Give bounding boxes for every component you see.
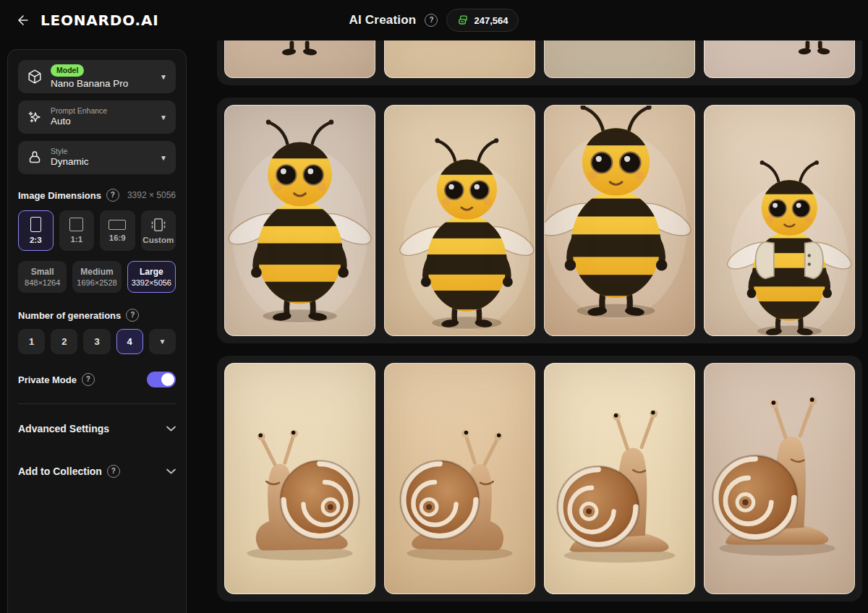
generated-image[interactable]: [544, 105, 695, 336]
credits-count: 247,564: [474, 15, 508, 26]
style-value: Dynamic: [51, 156, 152, 168]
snail-art: [225, 364, 375, 593]
snail-art: [545, 364, 694, 593]
generated-image[interactable]: [384, 363, 535, 594]
bee-vest-art: [705, 106, 854, 335]
current-dimensions: 3392 × 5056: [127, 190, 176, 200]
app-logo: LEONARDO.AI: [41, 12, 159, 29]
cube-icon: [27, 69, 43, 85]
generations-2-button[interactable]: 2: [51, 329, 77, 354]
portrait-rect-icon: [30, 217, 41, 232]
generated-image[interactable]: [224, 105, 375, 336]
size-preset-group: Small 848×1264 Medium 1696×2528 Large 33…: [18, 261, 176, 293]
generated-image[interactable]: [704, 363, 855, 594]
size-small-button[interactable]: Small 848×1264: [18, 261, 67, 293]
generation-settings-panel: Model Nano Banana Pro ▼ Prompt Enhance A…: [7, 49, 187, 613]
help-icon[interactable]: [106, 189, 119, 202]
snail-art: [385, 364, 535, 593]
size-medium-button[interactable]: Medium 1696×2528: [72, 261, 121, 293]
model-value: Nano Banana Pro: [51, 78, 152, 90]
style-label: Style: [51, 147, 152, 155]
advanced-settings-toggle[interactable]: Advanced Settings: [18, 423, 176, 434]
aspect-ratio-group: 2:3 1:1 16:9 Custom: [18, 210, 176, 251]
landscape-rect-icon: [109, 220, 126, 230]
credits-badge[interactable]: 247,564: [446, 9, 519, 32]
generated-image[interactable]: [704, 105, 855, 336]
prompt-enhance-dropdown[interactable]: Prompt Enhance Auto ▼: [18, 100, 176, 134]
snail-art: [705, 364, 854, 593]
generation-batch-partial: [217, 40, 862, 85]
generated-image[interactable]: [224, 363, 375, 594]
toggle-knob: [161, 373, 174, 386]
character-feet-art: [794, 40, 836, 59]
generated-image[interactable]: [544, 363, 695, 594]
divider: [18, 403, 176, 404]
model-badge: Model: [51, 64, 84, 77]
size-large-button[interactable]: Large 3392×5056: [127, 261, 176, 293]
sparkles-icon: [27, 109, 43, 125]
aspect-16-9-button[interactable]: 16:9: [100, 210, 135, 251]
style-bucket-icon: [27, 150, 43, 166]
chevron-down-icon: ▼: [158, 338, 166, 346]
top-bar: LEONARDO.AI AI Creation 247,564: [0, 0, 868, 40]
character-feet-art: [279, 40, 321, 59]
num-generations-group: 1 2 3 4 ▼: [18, 329, 176, 354]
add-to-collection-toggle[interactable]: Add to Collection: [18, 465, 176, 478]
image-dimensions-label: Image Dimensions: [18, 190, 101, 201]
generated-image[interactable]: [704, 40, 855, 78]
custom-aspect-icon: [150, 218, 167, 232]
page-title: AI Creation: [349, 13, 417, 27]
back-button[interactable]: [13, 10, 33, 30]
chevron-down-icon: [166, 468, 176, 474]
bee-art: [545, 106, 694, 335]
style-dropdown[interactable]: Style Dynamic ▼: [18, 141, 176, 174]
generation-batch-snails: [217, 356, 862, 601]
generations-3-button[interactable]: 3: [83, 329, 110, 354]
chevron-down-icon: ▼: [160, 113, 167, 121]
generations-more-dropdown[interactable]: ▼: [149, 329, 176, 354]
generated-image[interactable]: [384, 105, 535, 336]
aspect-2-3-button[interactable]: 2:3: [18, 210, 54, 251]
model-dropdown[interactable]: Model Nano Banana Pro ▼: [18, 60, 176, 93]
generations-1-button[interactable]: 1: [18, 329, 45, 354]
aspect-1-1-button[interactable]: 1:1: [59, 210, 95, 251]
chevron-down-icon: [166, 426, 176, 432]
help-icon[interactable]: [425, 14, 438, 27]
coins-icon: [457, 14, 469, 26]
bee-art: [385, 106, 535, 335]
generated-image[interactable]: [544, 40, 695, 78]
help-icon[interactable]: [82, 373, 95, 386]
prompt-enhance-label: Prompt Enhance: [51, 107, 152, 115]
generated-image[interactable]: [384, 40, 535, 78]
generations-4-button[interactable]: 4: [116, 329, 143, 354]
generation-batch-bees: [217, 98, 862, 343]
square-icon: [69, 218, 83, 231]
private-mode-toggle[interactable]: [147, 372, 176, 387]
generated-image[interactable]: [224, 40, 375, 78]
arrow-left-icon: [16, 13, 30, 27]
private-mode-label: Private Mode: [18, 374, 77, 385]
chevron-down-icon: ▼: [160, 154, 167, 162]
prompt-enhance-value: Auto: [51, 116, 152, 127]
aspect-custom-button[interactable]: Custom: [141, 210, 176, 251]
chevron-down-icon: ▼: [160, 73, 167, 81]
help-icon[interactable]: [126, 309, 139, 322]
bee-art: [225, 106, 375, 335]
num-generations-label: Number of generations: [18, 310, 121, 321]
help-icon[interactable]: [107, 465, 120, 478]
